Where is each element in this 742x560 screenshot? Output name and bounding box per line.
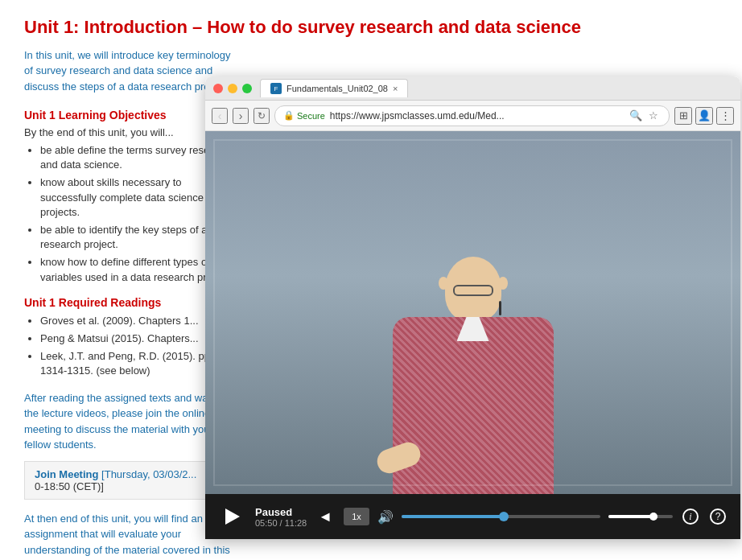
play-icon bbox=[225, 509, 240, 525]
help-icon: ? bbox=[710, 509, 726, 525]
info-icon: i bbox=[682, 509, 699, 525]
speaker-figure bbox=[393, 257, 554, 494]
forward-button[interactable]: › bbox=[233, 108, 249, 124]
join-meeting-label[interactable]: Join Meeting [Thursday, 03/03/2... bbox=[35, 468, 227, 480]
browser-window: F Fundamentals_Unit02_08 × ‹ › ↻ 🔒 Secur… bbox=[205, 76, 740, 539]
speed-button[interactable]: 1x bbox=[344, 508, 369, 525]
tab-close-icon[interactable]: × bbox=[393, 84, 398, 93]
volume-bar[interactable] bbox=[608, 515, 673, 518]
progress-bar[interactable] bbox=[402, 515, 600, 518]
paused-label: Paused bbox=[255, 506, 307, 518]
speaker-ear-left bbox=[439, 277, 448, 290]
speaker-ear-right bbox=[498, 277, 508, 290]
secure-label: Secure bbox=[297, 111, 325, 121]
speaker-mic bbox=[499, 301, 501, 315]
course-intro: In this unit, we will introduce key term… bbox=[24, 47, 233, 95]
tab-favicon: F bbox=[270, 83, 282, 94]
address-bar: ‹ › ↻ 🔒 Secure https://www.jpsmclasses.u… bbox=[205, 101, 740, 131]
search-icon[interactable]: 🔍 bbox=[629, 109, 643, 123]
url-bar[interactable]: 🔒 Secure https://www.jpsmclasses.umd.edu… bbox=[274, 105, 670, 126]
bookmark-icon[interactable]: ☆ bbox=[646, 109, 661, 123]
course-title: Unit 1: Introduction – How to do survey … bbox=[24, 16, 718, 39]
tab-title: Fundamentals_Unit02_08 bbox=[286, 84, 388, 93]
speaker-head bbox=[445, 257, 501, 321]
refresh-button[interactable]: ↻ bbox=[254, 108, 270, 124]
lock-icon: 🔒 bbox=[283, 110, 295, 121]
speaker-glasses bbox=[453, 285, 493, 296]
volume-fill bbox=[608, 515, 653, 518]
window-controls bbox=[213, 84, 252, 93]
progress-thumb bbox=[499, 512, 509, 521]
title-bar: F Fundamentals_Unit02_08 × bbox=[205, 76, 740, 101]
video-container: Paused 05:50 / 11:28 ◄ 1x 🔊 i bbox=[205, 131, 740, 539]
back-button[interactable]: ‹ bbox=[212, 108, 228, 124]
progress-area[interactable] bbox=[402, 515, 600, 518]
join-meeting-time: 0-18:50 (CET)] bbox=[35, 480, 227, 492]
volume-button[interactable]: 🔊 bbox=[377, 509, 394, 525]
profile-button[interactable]: 👤 bbox=[695, 107, 713, 125]
progress-fill bbox=[402, 515, 504, 518]
minimize-button[interactable] bbox=[228, 84, 237, 93]
close-button[interactable] bbox=[213, 84, 223, 93]
maximize-button[interactable] bbox=[242, 84, 252, 93]
browser-icons-right: ⊞ 👤 ⋮ bbox=[674, 107, 734, 125]
video-screen bbox=[205, 131, 740, 494]
speaker-body bbox=[393, 317, 554, 494]
time-info: 05:50 / 11:28 bbox=[255, 518, 307, 528]
volume-thumb bbox=[649, 513, 657, 521]
url-text: https://www.jpsmclasses.umd.edu/Med... bbox=[330, 110, 505, 121]
secure-badge: 🔒 Secure bbox=[283, 110, 325, 121]
url-icons: 🔍 ☆ bbox=[629, 109, 661, 123]
rewind-button[interactable]: ◄ bbox=[315, 505, 336, 529]
info-button[interactable]: i bbox=[681, 507, 700, 526]
browser-tab[interactable]: F Fundamentals_Unit02_08 × bbox=[260, 79, 408, 97]
paused-info: Paused 05:50 / 11:28 bbox=[255, 506, 307, 528]
video-controls: Paused 05:50 / 11:28 ◄ 1x 🔊 i bbox=[205, 494, 740, 539]
tab-area: F Fundamentals_Unit02_08 × bbox=[260, 79, 732, 97]
help-button[interactable]: ? bbox=[708, 507, 728, 526]
menu-button[interactable]: ⋮ bbox=[716, 107, 734, 125]
extensions-button[interactable]: ⊞ bbox=[674, 107, 692, 125]
play-button[interactable] bbox=[218, 502, 247, 531]
speaker-collar bbox=[457, 317, 489, 341]
